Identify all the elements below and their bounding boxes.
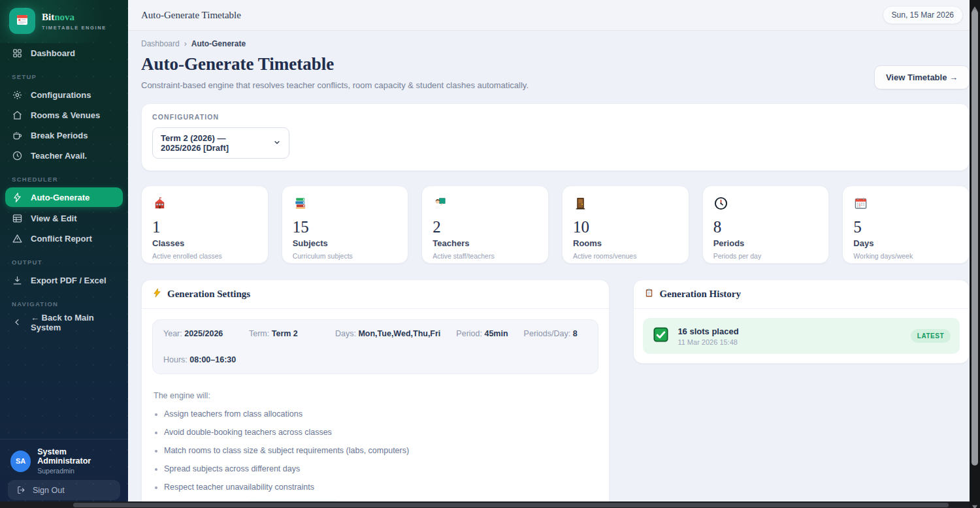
summary-days: Days: Mon,Tue,Wed,Thu,Fri (335, 329, 440, 338)
sidebar-footer: SA System Administrator Superadmin Sign … (0, 439, 128, 500)
sidebar: Bitnova TIMETABLE ENGINE Dashboard SETUP… (0, 0, 128, 508)
sidebar-nav: Dashboard SETUP Configurations Rooms & V… (0, 43, 128, 332)
user-name: System Administrator (37, 447, 118, 466)
logout-icon (16, 485, 26, 495)
stat-sublabel: Active staff/teachers (433, 252, 538, 260)
chevron-left-icon (12, 317, 23, 328)
check-icon (652, 326, 670, 346)
sidebar-item-view-edit[interactable]: View & Edit (0, 208, 128, 229)
breadcrumb-separator: › (184, 39, 187, 48)
engine-rule: Respect teacher unavailability constrain… (164, 483, 598, 492)
sidebar-item-back-to-main[interactable]: ← Back to Main System (0, 312, 128, 332)
stat-sublabel: Working days/week (853, 252, 958, 260)
engine-rule: Avoid double-booking teachers across cla… (164, 428, 598, 437)
stat-sublabel: Curriculum subjects (293, 252, 398, 260)
stat-label: Days (853, 238, 958, 248)
avatar: SA (10, 451, 31, 472)
engine-rule: Match rooms to class size & subject requ… (164, 446, 598, 455)
sidebar-item-rooms-venues[interactable]: Rooms & Venues (0, 105, 128, 125)
main-area: Auto-Generate Timetable Sun, 15 Mar 2026… (128, 0, 980, 508)
stat-sublabel: Active rooms/venues (573, 252, 678, 260)
sidebar-item-configurations[interactable]: Configurations (0, 85, 128, 105)
generation-history-panel: Generation History 16 slots placed 11 Ma… (633, 279, 970, 364)
generation-settings-panel: Generation Settings Year: 2025/2026 Term… (141, 279, 610, 508)
school-icon (152, 202, 167, 213)
page-content: Dashboard › Auto-Generate Auto-Generate … (128, 31, 980, 508)
generation-settings-header: Generation Settings (142, 280, 609, 309)
view-timetable-button[interactable]: View Timetable → (874, 65, 970, 89)
sidebar-item-teacher-avail[interactable]: Teacher Avail. (0, 146, 128, 166)
stat-value: 8 (713, 218, 819, 236)
topbar-title: Auto-Generate Timetable (141, 10, 241, 21)
stat-value: 1 (152, 218, 257, 236)
calendar-icon (14, 12, 30, 30)
history-entry-timestamp: 11 Mar 2026 15:48 (678, 338, 738, 346)
stat-value: 15 (293, 218, 398, 236)
brand: Bitnova TIMETABLE ENGINE (0, 0, 128, 43)
configuration-label: CONFIGURATION (152, 113, 958, 121)
bolt-icon (12, 192, 23, 203)
chevron-down-icon (273, 138, 281, 148)
coffee-cup-icon (12, 130, 23, 141)
brand-logo (9, 8, 35, 34)
summary-term: Term: Term 2 (249, 329, 319, 338)
stat-label: Classes (152, 238, 257, 248)
engine-rules-list: Assign teachers from class allocations A… (155, 409, 598, 492)
stat-label: Subjects (293, 238, 398, 248)
grid-icon (12, 48, 23, 59)
door-icon (573, 202, 588, 213)
scroll-up-arrow[interactable] (972, 2, 977, 7)
app-window: Bitnova TIMETABLE ENGINE Dashboard SETUP… (0, 0, 980, 508)
history-entry-title: 16 slots placed (678, 326, 738, 336)
panels-row: Generation Settings Year: 2025/2026 Term… (141, 279, 970, 508)
stat-sublabel: Active enrolled classes (152, 252, 257, 260)
vertical-scroll-thumb[interactable] (972, 10, 978, 466)
calendar-icon (853, 202, 868, 213)
sidebar-item-dashboard[interactable]: Dashboard (0, 43, 128, 63)
section-label-setup: SETUP (12, 73, 128, 80)
stat-label: Teachers (433, 238, 538, 248)
summary-periods-day: Periods/Day: 8 (524, 329, 578, 338)
horizontal-scrollbar[interactable] (0, 501, 970, 508)
books-icon (293, 202, 308, 213)
teacher-icon (433, 202, 448, 213)
stat-value: 5 (853, 218, 958, 236)
sign-out-button[interactable]: Sign Out (8, 480, 120, 500)
stats-row: 1 Classes Active enrolled classes 15 Sub… (141, 185, 970, 264)
stat-card-days: 5 Days Working days/week (842, 185, 970, 264)
page-title: Auto-Generate Timetable (141, 54, 529, 74)
brand-tagline: TIMETABLE ENGINE (42, 25, 106, 31)
home-icon (12, 110, 23, 121)
sidebar-item-export[interactable]: Export PDF / Excel (0, 270, 128, 291)
stat-sublabel: Periods per day (713, 252, 819, 260)
scroll-down-arrow[interactable] (972, 501, 977, 506)
sidebar-item-conflict-report[interactable]: Conflict Report (0, 229, 128, 249)
user-role: Superadmin (37, 467, 118, 475)
page-header: Auto-Generate Timetable Constraint-based… (141, 48, 970, 90)
user-info: SA System Administrator Superadmin (8, 446, 120, 480)
stat-value: 10 (573, 218, 678, 236)
settings-summary: Year: 2025/2026 Term: Term 2 Days: Mon,T… (152, 319, 598, 374)
horizontal-scroll-thumb[interactable] (73, 503, 949, 507)
breadcrumb-root[interactable]: Dashboard (141, 39, 180, 48)
configuration-select[interactable]: Term 2 (2026) — 2025/2026 [Draft] (152, 127, 289, 159)
page-subtitle: Constraint-based engine that resolves te… (141, 80, 529, 90)
vertical-scrollbar[interactable] (970, 0, 980, 508)
topbar: Auto-Generate Timetable Sun, 15 Mar 2026 (128, 0, 980, 31)
alert-triangle-icon (12, 233, 23, 244)
section-label-output: OUTPUT (12, 259, 128, 266)
table-icon (12, 213, 23, 224)
latest-badge: LATEST (911, 329, 951, 343)
stat-label: Periods (713, 238, 819, 248)
generation-history-header: Generation History (634, 280, 969, 309)
download-icon (12, 275, 23, 286)
summary-hours: Hours: 08:00–16:30 (163, 355, 236, 364)
breadcrumb: Dashboard › Auto-Generate (141, 39, 970, 48)
engine-intro: The engine will: (154, 391, 597, 400)
sidebar-item-break-periods[interactable]: Break Periods (0, 125, 128, 146)
history-entry[interactable]: 16 slots placed 11 Mar 2026 15:48 LATEST (643, 318, 960, 354)
summary-period: Period: 45min (456, 329, 508, 338)
sidebar-item-auto-generate[interactable]: Auto-Generate (5, 187, 123, 207)
stat-card-subjects: 15 Subjects Curriculum subjects (282, 185, 409, 264)
section-label-navigation: NAVIGATION (12, 300, 128, 308)
